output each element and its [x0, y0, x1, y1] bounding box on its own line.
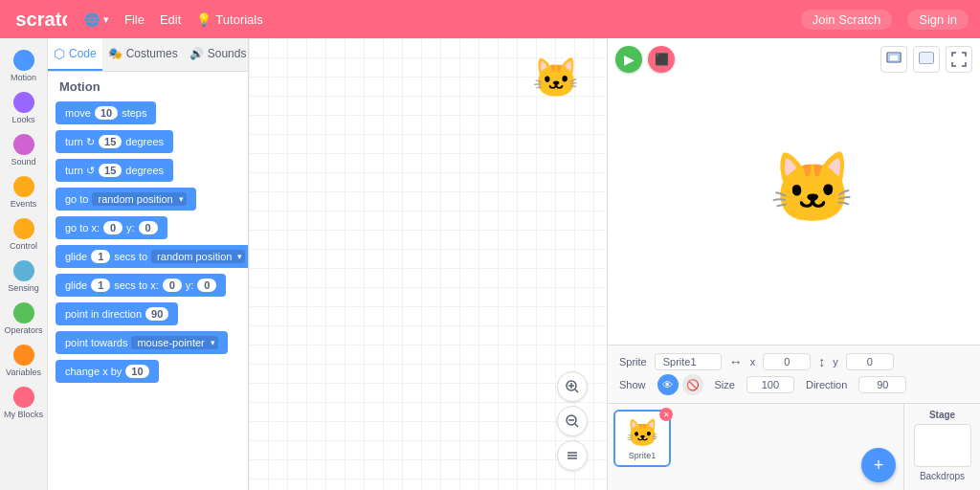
stage-controls: ▶ ⬛	[615, 46, 675, 73]
tutorials-menu[interactable]: 💡 Tutorials	[196, 12, 262, 27]
block-go-to-xy[interactable]: go to x: 0 y: 0	[56, 216, 167, 239]
show-hidden-button[interactable]: 🚫	[682, 374, 703, 395]
edit-menu[interactable]: Edit	[160, 12, 181, 27]
sidebar-item-events[interactable]: Events	[0, 172, 47, 212]
join-scratch-button[interactable]: Join Scratch	[801, 10, 893, 30]
stage-large-button[interactable]	[913, 46, 940, 73]
file-menu[interactable]: File	[124, 12, 145, 27]
my-blocks-dot	[13, 387, 34, 408]
sprites-stage-row: ✕ 🐱 Sprite1 + Stage Backdrops	[608, 404, 980, 490]
block-turn-cw[interactable]: turn ↻ 15 degrees	[56, 130, 173, 153]
stop-button[interactable]: ⬛	[648, 46, 675, 73]
stage-thumbnail[interactable]	[914, 424, 971, 467]
zoom-controls	[557, 371, 588, 471]
blocks-list: Motion move 10 steps turn ↻ 15 degrees t…	[48, 72, 248, 490]
sound-dot	[13, 134, 34, 155]
control-dot	[13, 218, 34, 239]
stage-label: Stage	[929, 410, 955, 420]
show-visible-button[interactable]: 👁	[657, 374, 679, 395]
sprite-in-canvas: 🐱	[532, 56, 580, 100]
sprite-delete-button[interactable]: ✕	[659, 408, 673, 421]
operators-dot	[13, 302, 34, 323]
sidebar-item-looks[interactable]: Looks	[0, 88, 47, 128]
scratch-cat-stage: 🐱	[769, 153, 856, 222]
sprite-direction-value[interactable]: 90	[858, 376, 906, 393]
zoom-reset-button[interactable]	[557, 440, 588, 471]
green-flag-button[interactable]: ▶	[615, 46, 642, 73]
sensing-dot	[13, 260, 34, 281]
coding-area[interactable]: 🐱	[249, 38, 607, 490]
sprite-size-value[interactable]: 100	[746, 376, 794, 393]
category-sidebar: MotionLooksSoundEventsControlSensingOper…	[0, 38, 48, 490]
sidebar-item-operators[interactable]: Operators	[0, 299, 47, 339]
svg-rect-14	[920, 53, 933, 63]
sidebar-item-control[interactable]: Control	[0, 214, 47, 255]
fullscreen-button[interactable]	[946, 46, 972, 73]
zoom-in-button[interactable]	[557, 371, 588, 402]
coding-canvas	[249, 38, 607, 490]
block-glide-random[interactable]: glide 1 secs to random position	[56, 245, 248, 268]
sprite-info: Sprite ↔ x 0 ↕ y 0 Show 👁 🚫 Size 100 Dir…	[608, 345, 980, 404]
show-icons: 👁 🚫	[657, 374, 703, 395]
svg-line-4	[575, 390, 578, 392]
svg-rect-12	[889, 55, 899, 61]
sign-in-button[interactable]: Sign in	[907, 10, 969, 30]
y-arrow-icon: ↕	[818, 354, 825, 369]
stage-small-button[interactable]	[880, 46, 907, 73]
sidebar-item-sound[interactable]: Sound	[0, 130, 47, 170]
tab-code[interactable]: ⬡ Code	[48, 38, 102, 71]
block-go-to[interactable]: go to random position	[56, 188, 196, 211]
main-layout: MotionLooksSoundEventsControlSensingOper…	[0, 38, 980, 490]
looks-dot	[13, 92, 34, 113]
sidebar-item-sensing[interactable]: Sensing	[0, 256, 47, 297]
block-turn-ccw[interactable]: turn ↺ 15 degrees	[56, 159, 173, 182]
sprite-y-value[interactable]: 0	[846, 353, 894, 370]
sidebar-item-my-blocks[interactable]: My Blocks	[0, 383, 47, 423]
stage-icons	[880, 46, 972, 73]
blocks-tabs: ⬡ Code 🎭 Costumes 🔊 Sounds	[48, 38, 248, 72]
motion-section-title: Motion	[56, 79, 240, 94]
blocks-panel: ⬡ Code 🎭 Costumes 🔊 Sounds Motion move 1…	[48, 38, 249, 490]
tab-sounds[interactable]: 🔊 Sounds	[184, 38, 249, 71]
x-arrow-icon: ↔	[729, 354, 743, 369]
sprite1-thumb[interactable]: ✕ 🐱 Sprite1	[613, 410, 671, 467]
svg-line-7	[575, 424, 578, 427]
sprites-area: ✕ 🐱 Sprite1	[608, 404, 903, 490]
zoom-out-button[interactable]	[557, 406, 588, 436]
block-point-towards[interactable]: point towards mouse-pointer	[56, 331, 228, 354]
motion-dot	[13, 50, 34, 71]
block-glide-xy[interactable]: glide 1 secs to x: 0 y: 0	[56, 274, 226, 297]
stage-section: Stage Backdrops	[903, 404, 980, 490]
backdrops-label: Backdrops	[920, 471, 965, 481]
globe-icon[interactable]: 🌐 ▾	[84, 12, 109, 27]
events-dot	[13, 176, 34, 197]
sidebar-item-motion[interactable]: Motion	[0, 46, 47, 86]
add-sprite-button[interactable]: +	[861, 448, 896, 482]
variables-dot	[13, 345, 34, 366]
block-move[interactable]: move 10 steps	[56, 101, 156, 124]
block-point-direction[interactable]: point in direction 90	[56, 302, 178, 325]
sprite-name-input[interactable]	[655, 353, 722, 370]
top-nav: scratch 🌐 ▾ File Edit 💡 Tutorials Join S…	[0, 0, 980, 38]
sprite-x-value[interactable]: 0	[763, 353, 811, 370]
tab-costumes[interactable]: 🎭 Costumes	[102, 38, 184, 71]
block-change-x[interactable]: change x by 10	[56, 360, 159, 383]
svg-text:scratch: scratch	[15, 9, 67, 30]
stage-area: ▶ ⬛ 🐱	[608, 38, 980, 345]
right-panel: ▶ ⬛ 🐱 Sprite ↔	[607, 38, 980, 490]
scratch-logo[interactable]: scratch	[11, 8, 69, 31]
sidebar-item-variables[interactable]: Variables	[0, 341, 47, 381]
